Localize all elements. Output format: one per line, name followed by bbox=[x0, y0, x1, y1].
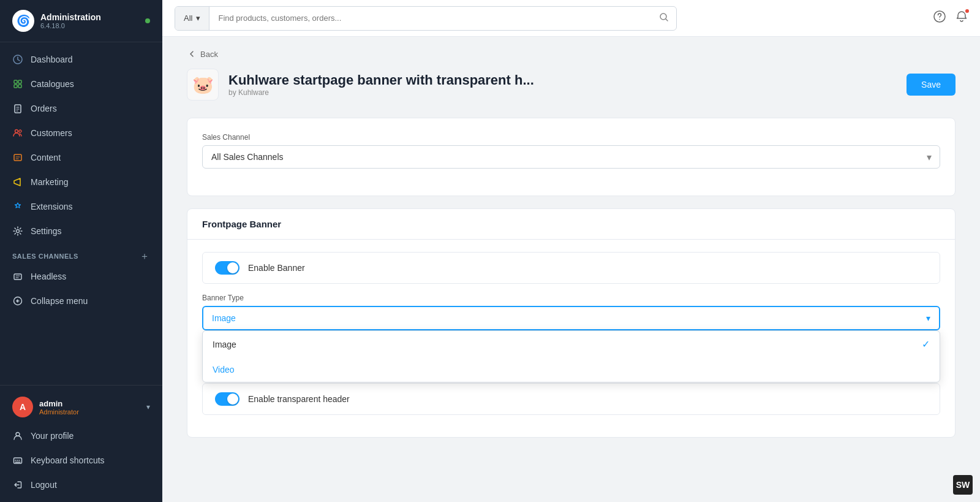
user-role: Administrator bbox=[39, 408, 79, 416]
profile-icon bbox=[12, 430, 23, 441]
svg-point-16 bbox=[939, 19, 940, 20]
page-content: Back 🐷 Kuhlware startpage banner with tr… bbox=[162, 37, 980, 502]
page-title: Kuhlware startpage banner with transpare… bbox=[228, 72, 534, 88]
svg-rect-8 bbox=[14, 154, 21, 161]
save-button[interactable]: Save bbox=[907, 74, 956, 96]
avatar: A bbox=[12, 397, 33, 417]
sidebar-header: 🌀 Administration 6.4.18.0 bbox=[0, 0, 162, 42]
settings-icon bbox=[12, 226, 23, 237]
collapse-icon bbox=[12, 295, 23, 306]
sidebar-item-keyboard-shortcuts[interactable]: Keyboard shortcuts bbox=[0, 448, 162, 473]
chevron-down-icon: ▾ bbox=[146, 403, 150, 411]
plugin-icon: 🐷 bbox=[187, 69, 219, 101]
chevron-down-icon: ▾ bbox=[196, 13, 200, 23]
sidebar-item-customers[interactable]: Customers bbox=[0, 121, 162, 145]
orders-icon bbox=[12, 103, 23, 114]
dropdown-item-label: Video bbox=[213, 365, 235, 375]
svg-rect-1 bbox=[14, 80, 17, 83]
search-filter-button[interactable]: All ▾ bbox=[175, 7, 209, 30]
sidebar-item-label: Logout bbox=[31, 480, 57, 490]
sidebar-item-content[interactable]: Content bbox=[0, 145, 162, 170]
enable-banner-row: Enable Banner bbox=[202, 252, 940, 284]
status-indicator bbox=[145, 18, 150, 23]
sidebar-bottom: A admin Administrator ▾ Your profile Key… bbox=[0, 385, 162, 502]
sw-badge: SW bbox=[953, 475, 973, 495]
catalogue-icon bbox=[12, 78, 23, 89]
sales-channel-select[interactable]: All Sales Channels bbox=[202, 145, 940, 169]
sidebar-item-label: Marketing bbox=[31, 177, 68, 187]
sidebar-item-catalogues[interactable]: Catalogues bbox=[0, 72, 162, 96]
sidebar-item-headless[interactable]: Headless bbox=[0, 264, 162, 289]
back-link[interactable]: Back bbox=[187, 49, 956, 59]
chevron-down-icon: ▾ bbox=[926, 313, 930, 323]
svg-rect-3 bbox=[14, 85, 17, 88]
banner-type-trigger[interactable]: Image ▾ bbox=[202, 306, 940, 330]
extensions-icon bbox=[12, 201, 23, 212]
sales-channels-section: Sales Channels ＋ bbox=[0, 243, 162, 264]
sales-channel-select-wrapper: All Sales Channels bbox=[202, 145, 940, 169]
frontpage-banner-section: Frontpage Banner Enable Banner Banner Ty… bbox=[187, 208, 956, 438]
sidebar-item-label: Dashboard bbox=[31, 55, 73, 64]
sales-channel-label: Sales Channel bbox=[202, 133, 940, 142]
svg-rect-10 bbox=[14, 274, 21, 280]
banner-type-field: Banner Type Image ▾ Image ✓ V bbox=[202, 294, 940, 330]
app-version: 6.4.18.0 bbox=[40, 22, 101, 29]
sidebar-item-settings[interactable]: Settings bbox=[0, 219, 162, 243]
search-bar: All ▾ bbox=[175, 6, 677, 31]
banner-type-label: Banner Type bbox=[202, 294, 940, 302]
marketing-icon bbox=[12, 177, 23, 188]
help-icon[interactable] bbox=[933, 10, 946, 26]
notification-badge bbox=[964, 8, 970, 14]
dashboard-icon bbox=[12, 54, 23, 65]
sidebar-item-logout[interactable]: Logout bbox=[0, 473, 162, 497]
add-sales-channel-button[interactable]: ＋ bbox=[139, 251, 150, 262]
svg-rect-4 bbox=[18, 85, 21, 88]
enable-banner-toggle[interactable] bbox=[215, 261, 239, 275]
enable-banner-label: Enable Banner bbox=[248, 263, 305, 273]
dropdown-item-label: Image bbox=[213, 340, 236, 349]
sidebar-item-label: Catalogues bbox=[31, 79, 74, 89]
svg-rect-2 bbox=[18, 80, 21, 83]
sidebar-item-label: Content bbox=[31, 153, 61, 162]
banner-type-selected: Image bbox=[212, 313, 236, 323]
sidebar-item-label: Extensions bbox=[31, 202, 72, 211]
logout-icon bbox=[12, 479, 23, 490]
sidebar-item-label: Orders bbox=[31, 104, 57, 113]
main-content: All ▾ Back 🐷 bbox=[162, 0, 980, 502]
sidebar-item-orders[interactable]: Orders bbox=[0, 96, 162, 121]
customers-icon bbox=[12, 127, 23, 139]
sidebar-item-your-profile[interactable]: Your profile bbox=[0, 424, 162, 448]
topbar: All ▾ bbox=[162, 0, 980, 37]
dropdown-item-video[interactable]: Video bbox=[203, 357, 940, 382]
sidebar-item-dashboard[interactable]: Dashboard bbox=[0, 47, 162, 72]
search-input[interactable] bbox=[209, 7, 652, 30]
app-logo: 🌀 bbox=[12, 10, 34, 32]
check-icon: ✓ bbox=[922, 338, 930, 350]
page-subtitle: by Kuhlware bbox=[228, 88, 534, 97]
sidebar-item-extensions[interactable]: Extensions bbox=[0, 194, 162, 219]
page-header: 🐷 Kuhlware startpage banner with transpa… bbox=[187, 69, 956, 101]
sidebar-item-label: Keyboard shortcuts bbox=[31, 455, 105, 465]
search-filter-label: All bbox=[184, 13, 192, 23]
svg-point-6 bbox=[15, 130, 18, 133]
app-name: Administration bbox=[40, 12, 101, 23]
enable-transparent-header-toggle[interactable] bbox=[215, 392, 239, 406]
section-title: Frontpage Banner bbox=[187, 209, 955, 240]
notification-icon[interactable] bbox=[956, 10, 968, 26]
content-icon bbox=[12, 152, 23, 163]
banner-type-dropdown: Image ▾ Image ✓ Video bbox=[202, 306, 940, 330]
search-button[interactable] bbox=[652, 12, 676, 24]
sidebar-item-label: Settings bbox=[31, 226, 62, 236]
sidebar-item-label: Headless bbox=[31, 272, 66, 281]
user-menu[interactable]: A admin Administrator ▾ bbox=[0, 390, 162, 424]
sidebar-item-marketing[interactable]: Marketing bbox=[0, 170, 162, 194]
sidebar-item-label: Your profile bbox=[31, 431, 74, 441]
section-body: Enable Banner Banner Type Image ▾ Image bbox=[187, 240, 955, 437]
sidebar-item-label: Collapse menu bbox=[31, 296, 88, 306]
dropdown-item-image[interactable]: Image ✓ bbox=[203, 331, 940, 357]
enable-transparent-header-label: Enable transparent header bbox=[248, 394, 350, 404]
svg-point-7 bbox=[19, 130, 21, 132]
banner-type-menu: Image ✓ Video bbox=[202, 330, 940, 382]
sales-channel-card: Sales Channel All Sales Channels bbox=[187, 118, 956, 196]
sidebar-item-collapse-menu[interactable]: Collapse menu bbox=[0, 289, 162, 313]
